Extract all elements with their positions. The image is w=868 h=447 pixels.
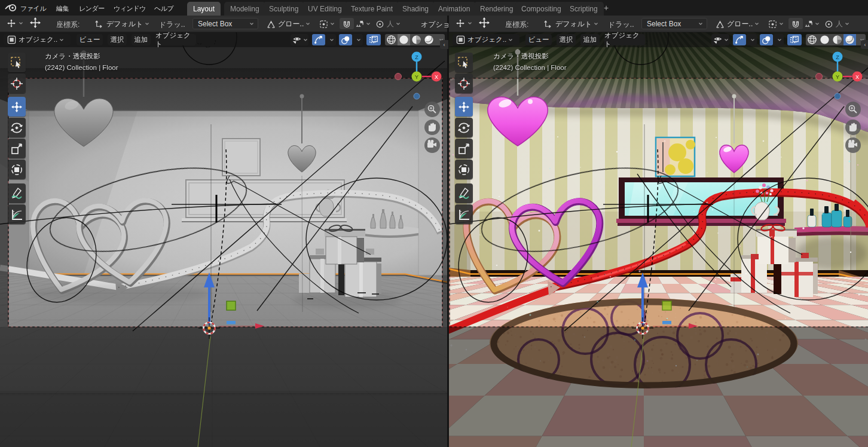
svg-text:Y: Y xyxy=(836,74,839,80)
svg-text:Y: Y xyxy=(415,74,418,80)
svg-text:X: X xyxy=(855,74,859,80)
svg-text:Z: Z xyxy=(415,54,418,60)
svg-text:X: X xyxy=(435,74,438,80)
svg-text:Z: Z xyxy=(836,54,839,60)
